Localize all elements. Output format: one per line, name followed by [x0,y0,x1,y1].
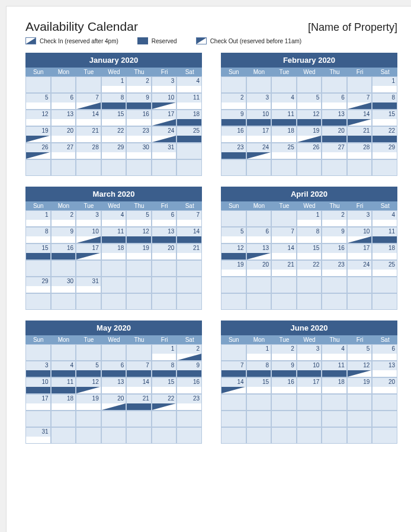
day-cell: 19 [126,243,152,260]
week-row [25,159,202,176]
day-cell: 10 [347,227,373,243]
day-number: 8 [316,228,320,235]
dow-label: Wed [101,201,127,210]
status-bar [26,403,50,410]
status-bar [373,136,397,142]
day-cell: 13 [51,110,76,126]
day-cell [271,76,297,93]
day-cell: 16 [176,377,202,394]
status-bar [247,270,271,276]
day-number: 7 [146,362,149,368]
day-cell: 29 [101,143,127,159]
day-cell: 18 [176,110,202,126]
day-cell [152,260,177,277]
week-row [221,394,397,411]
status-bar [272,102,296,109]
day-cell: 16 [221,126,246,143]
dow-label: Thu [322,335,347,344]
day-number: 2 [240,94,244,101]
day-cell: 23 [322,260,347,277]
status-bar [272,270,296,276]
week-row: 567891011 [25,93,202,110]
day-number: 11 [67,379,73,385]
status-bar [297,136,322,142]
day-cell [221,427,246,444]
day-number: 16 [237,127,243,134]
status-bar [322,119,346,126]
page: Availability Calendar [Name of Property]… [6,6,411,532]
dow-row: SunMonTueWedThuFriSat [25,335,202,344]
day-cell: 24 [152,126,177,143]
day-number: 1 [171,345,175,352]
month-block: February 2020SunMonTueWedThuFriSat123456… [221,53,397,176]
day-cell: 12 [297,110,322,126]
week-row [25,260,202,277]
day-cell [372,159,397,176]
checkout-icon [196,37,207,44]
day-number: 10 [168,94,174,101]
day-cell [76,411,101,427]
day-cell [152,293,177,310]
status-bar [52,403,76,410]
day-number: 18 [67,395,73,402]
day-number: 19 [237,261,243,268]
status-bar [152,354,176,360]
day-cell: 1 [101,76,127,93]
dow-label: Wed [101,335,127,344]
day-cell: 2 [126,76,152,93]
day-number: 23 [237,144,243,150]
day-cell [126,260,152,277]
day-number: 24 [168,127,174,134]
dow-label: Sat [372,201,397,210]
week-row [221,293,397,310]
status-bar [297,387,322,393]
dow-label: Sun [25,335,51,344]
day-number: 16 [67,245,73,251]
day-cell: 4 [322,344,347,361]
dow-label: Tue [76,335,101,344]
day-cell: 28 [76,143,101,159]
day-cell: 3 [297,344,322,361]
day-number: 22 [168,395,174,402]
day-number: 9 [240,111,244,117]
day-number: 13 [338,111,345,117]
day-cell [176,260,202,277]
day-cell [76,344,101,361]
status-bar [221,236,246,243]
week-row: 567891011 [221,227,397,243]
day-cell: 23 [176,394,202,411]
status-bar [127,86,151,92]
month-block: March 2020SunMonTueWedThuFriSat123456789… [25,187,202,310]
day-number: 14 [92,111,99,117]
day-cell: 1 [297,210,322,227]
status-bar [177,136,201,142]
status-bar [177,86,201,92]
day-cell [297,159,322,176]
day-cell: 4 [271,93,297,110]
day-number: 19 [363,379,370,385]
day-cell: 21 [76,126,101,143]
day-number: 3 [171,78,175,84]
week-row: 12131415161718 [221,243,397,260]
status-bar [152,370,176,377]
status-bar [152,253,176,259]
day-cell: 19 [297,126,322,143]
day-number: 10 [313,362,319,368]
day-cell: 16 [51,243,76,260]
day-number: 29 [117,144,124,150]
status-bar [297,253,322,259]
status-bar [26,102,50,109]
day-number: 3 [316,345,320,352]
status-bar [221,387,246,393]
status-bar [127,119,151,126]
dow-label: Sat [176,68,202,76]
day-number: 20 [388,379,395,385]
status-bar [177,354,201,360]
day-cell [221,210,246,227]
day-cell [126,344,152,361]
day-cell [25,293,51,310]
day-number: 15 [388,111,395,117]
checkin-icon [25,37,36,44]
status-bar [373,102,397,109]
day-cell [221,76,246,93]
